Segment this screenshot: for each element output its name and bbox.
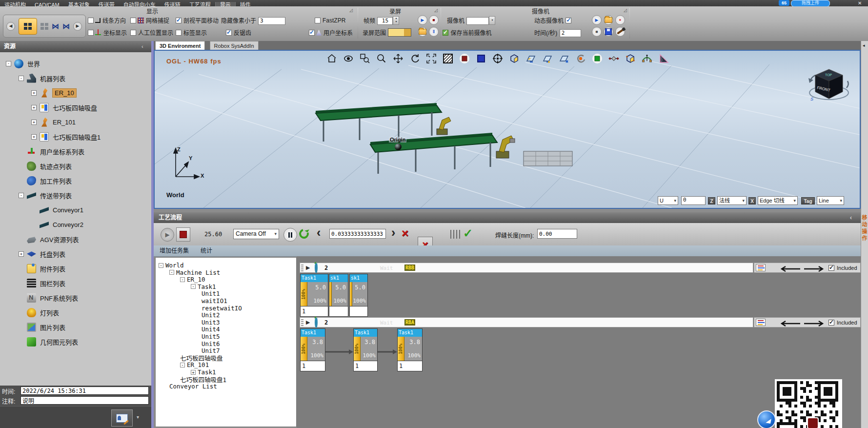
process-stop-button[interactable]: [176, 227, 190, 242]
move-left-icon[interactable]: [780, 265, 800, 271]
u-select[interactable]: U: [658, 196, 678, 205]
record-green-icon[interactable]: [591, 52, 604, 65]
pan-icon[interactable]: [392, 52, 404, 65]
clip-red-icon[interactable]: [458, 52, 471, 65]
view-bowtie-icon-1[interactable]: ⋈: [52, 22, 59, 31]
collapse-icon[interactable]: -: [180, 363, 185, 367]
sidebar-item-ER_10[interactable]: +ER_10: [0, 85, 151, 100]
process-collapse-icon[interactable]: ‹: [850, 212, 852, 223]
collapse-icon[interactable]: -: [180, 277, 185, 282]
task-block-input[interactable]: 1: [398, 361, 422, 371]
expand-icon[interactable]: +: [31, 120, 37, 125]
task-row-header[interactable]: ▶2WaitRBB: [300, 263, 753, 273]
sidebar-item-附件列表[interactable]: 附件列表: [0, 261, 151, 276]
prev-view-button[interactable]: ◀: [6, 22, 15, 31]
save-camera-checkbox[interactable]: [443, 30, 448, 36]
camera-brush-button[interactable]: [615, 27, 625, 37]
sidebar-item-世界[interactable]: -世界: [0, 56, 151, 71]
view-bowtie-icon-2[interactable]: ⋈: [62, 22, 70, 31]
sidebar-item-ER_101[interactable]: +ER_101: [0, 115, 151, 129]
record-pause-button[interactable]: ‖: [429, 27, 439, 37]
row-sync-icon[interactable]: [315, 318, 318, 327]
task-block[interactable]: Task1100%3.8100%1: [397, 328, 423, 371]
target-icon[interactable]: [491, 52, 504, 65]
step-back-icon[interactable]: ‹: [317, 225, 321, 240]
sidebar-item-加工件列表[interactable]: 加工件列表: [0, 173, 151, 188]
sidebar-item-机器列表[interactable]: -机器列表: [0, 71, 151, 85]
process-tree-item-waitIO1[interactable]: waitIO1: [156, 297, 227, 305]
tab-统计[interactable]: 统计: [195, 245, 218, 256]
time-field[interactable]: [20, 387, 149, 395]
line-select[interactable]: Line: [817, 196, 844, 205]
fps-spinner[interactable]: ▴▾: [393, 16, 399, 25]
expand-icon[interactable]: +: [191, 370, 196, 375]
process-tree-item-ER_10[interactable]: -ER_10: [156, 276, 205, 283]
sidebar-item-AGV资源列表[interactable]: AGV资源列表: [0, 232, 151, 246]
sidebar-item-传送带列表[interactable]: -传送带列表: [0, 188, 151, 203]
camera-save-button[interactable]: [604, 27, 613, 37]
process-tree-item-ER_101[interactable]: -ER_101: [156, 361, 209, 368]
camera-delete-button[interactable]: ×: [615, 15, 625, 25]
weld-length-input[interactable]: [537, 229, 577, 239]
task-block-input[interactable]: [329, 306, 348, 316]
sidebar-item-七巧板四轴吸盘[interactable]: +七巧板四轴吸盘: [0, 100, 151, 115]
u-value-input[interactable]: 0: [681, 196, 706, 205]
process-tree-item-七巧板四轴吸盘1[interactable]: 七巧板四轴吸盘1: [156, 376, 226, 383]
step-forward-icon[interactable]: ›: [391, 225, 395, 240]
checkbox-坐标显示[interactable]: [88, 30, 94, 36]
box-3d-icon[interactable]: [624, 52, 637, 65]
process-tree-item-Conveyor List[interactable]: Conveyor List: [156, 383, 217, 390]
included-checkbox[interactable]: [828, 265, 834, 271]
collapse-icon[interactable]: -: [6, 61, 11, 66]
step-value-input[interactable]: [329, 229, 386, 239]
drag-handle-icon[interactable]: [301, 265, 303, 271]
sidebar-item-Conveyor2[interactable]: Conveyor2: [0, 217, 151, 232]
sidebar-item-七巧板四轴吸盘1[interactable]: +七巧板四轴吸盘1: [0, 129, 151, 144]
close-icon[interactable]: ✕: [858, 0, 862, 6]
process-tree-item-Unit4[interactable]: Unit4: [156, 326, 220, 333]
sidebar-item-灯列表[interactable]: 灯列表: [0, 305, 151, 320]
tab-3d-environment[interactable]: 3D Environment: [155, 41, 205, 50]
edge-select[interactable]: Edge 切线: [758, 196, 798, 205]
process-tree-item-Machine List[interactable]: -Machine List: [156, 269, 220, 276]
checkbox-标签显示[interactable]: [176, 30, 182, 36]
rotate-center-icon[interactable]: [574, 52, 587, 65]
right-vertical-tab[interactable]: 移动操作: [861, 215, 868, 242]
process-tree-item-resetwaitIO[interactable]: resetwaitIO: [156, 305, 242, 312]
process-tree-item-七巧板四轴吸盘[interactable]: 七巧板四轴吸盘: [156, 354, 223, 362]
timeline-bars-icon[interactable]: [450, 230, 461, 239]
row-play-icon[interactable]: ▶: [306, 265, 310, 271]
plane-flip-2-icon[interactable]: [541, 52, 554, 65]
included-checkbox[interactable]: [828, 320, 834, 326]
process-pause-button[interactable]: [283, 228, 297, 242]
tab-增加任务集[interactable]: 增加任务集: [154, 245, 195, 256]
hatch-icon[interactable]: [442, 52, 454, 65]
task-block[interactable]: sk15.0100%: [329, 274, 348, 317]
task-block-input[interactable]: 1: [354, 361, 377, 371]
process-loop-button[interactable]: [297, 227, 310, 240]
task-block-input[interactable]: 1: [301, 361, 325, 371]
process-tree-item-Unit2[interactable]: Unit2: [156, 311, 220, 319]
right-collapse-icon[interactable]: ◂: [863, 43, 865, 48]
checkbox-剖视平面移动[interactable]: [176, 18, 182, 23]
checkbox-FastZPR[interactable]: [315, 18, 321, 23]
edit-note-button[interactable]: [111, 409, 133, 427]
fps-input[interactable]: 15: [377, 17, 393, 25]
camera-select-arrow-icon[interactable]: ▾: [489, 16, 495, 25]
sidebar-item-围栏列表[interactable]: 围栏列表: [0, 276, 151, 290]
dynamic-camera-checkbox[interactable]: [565, 18, 571, 23]
row-sync-icon[interactable]: [315, 264, 318, 272]
collapse-icon[interactable]: -: [191, 284, 196, 289]
row-play-icon[interactable]: ▶: [306, 319, 310, 326]
plane-flip-1-icon[interactable]: [525, 52, 537, 65]
navigation-cube[interactable]: TOP FRONT S: [804, 59, 852, 107]
section-box-icon[interactable]: [508, 52, 521, 65]
collapse-icon[interactable]: -: [159, 263, 163, 268]
camera-time-input[interactable]: 2: [560, 29, 581, 37]
sidebar-item-轨迹点列表[interactable]: 轨迹点列表: [0, 159, 151, 173]
edit-dropdown-icon[interactable]: ▾: [137, 414, 139, 420]
camera-group-launcher-icon[interactable]: ◿: [624, 8, 627, 13]
plane-flip-3-icon[interactable]: [558, 52, 570, 65]
tab-robox-sysaddin[interactable]: Robox SysAddIn: [210, 41, 259, 50]
expand-icon[interactable]: +: [19, 251, 24, 257]
